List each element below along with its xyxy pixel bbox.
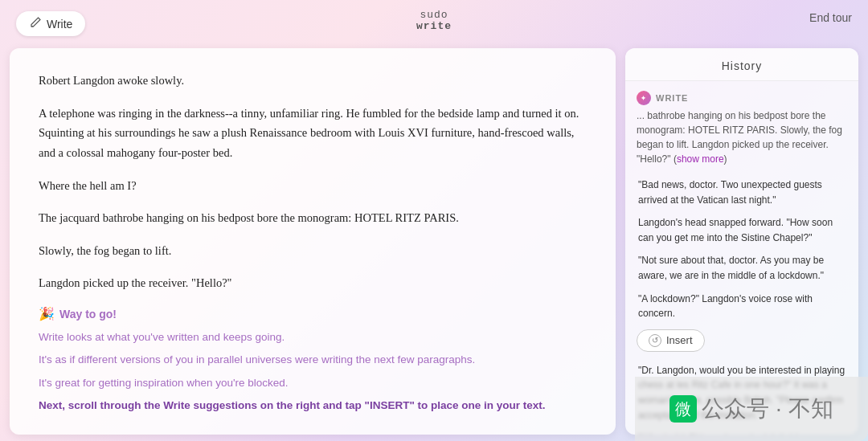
history-write-label: WRITE bbox=[637, 91, 847, 105]
pen-icon bbox=[29, 16, 42, 31]
main-container: Robert Langdon awoke slowly. A telephone… bbox=[0, 42, 868, 441]
history-para-3: "Not sure about that, doctor. As you may… bbox=[637, 253, 847, 283]
tip-header: 🎉 Way to go! bbox=[39, 306, 587, 321]
party-popper-icon: 🎉 bbox=[39, 306, 55, 321]
tip-line-3: It's great for getting inspiration when … bbox=[39, 375, 587, 391]
editor-panel: Robert Langdon awoke slowly. A telephone… bbox=[10, 48, 616, 435]
history-para-1: "Bad news, doctor. Two unexpected guests… bbox=[637, 178, 847, 207]
tip-line-2: It's as if different versions of you in … bbox=[39, 352, 587, 368]
history-panel: History WRITE ... bathrobe hanging on hi… bbox=[625, 48, 858, 435]
paragraph-1: Robert Langdon awoke slowly. bbox=[39, 71, 587, 91]
watermark-overlay: 微 公众号 · 不知 bbox=[635, 377, 858, 435]
tip-line-4: Next, scroll through the Write suggestio… bbox=[39, 398, 587, 414]
insert-button-1[interactable]: ↺ Insert bbox=[637, 329, 705, 352]
paragraph-2: A telephone was ringing in the darkness-… bbox=[39, 104, 587, 163]
write-button[interactable]: Write bbox=[16, 11, 85, 36]
editor-content: Robert Langdon awoke slowly. A telephone… bbox=[39, 71, 587, 293]
write-button-label: Write bbox=[47, 18, 72, 31]
tip-line-1: Write looks at what you've written and k… bbox=[39, 329, 587, 345]
paragraph-5: Slowly, the fog began to lift. bbox=[39, 241, 587, 261]
show-more-link[interactable]: show more bbox=[677, 153, 724, 165]
history-write-preview: ... bathrobe hanging on his bedpost bore… bbox=[637, 108, 847, 166]
logo-line1: sudo bbox=[420, 10, 448, 21]
history-header: History bbox=[625, 48, 858, 81]
history-write-block: WRITE ... bathrobe hanging on his bedpos… bbox=[637, 91, 847, 166]
paragraph-6: Langdon picked up the receiver. "Hello?" bbox=[39, 273, 587, 293]
watermark-text: 微 公众号 · 不知 bbox=[669, 394, 833, 424]
history-para-2: Langdon's head snapped forward. "How soo… bbox=[637, 215, 847, 245]
app-logo: sudo write bbox=[416, 10, 452, 33]
paragraph-3: Where the hell am I? bbox=[39, 176, 587, 196]
paragraph-4: The jacquard bathrobe hanging on his bed… bbox=[39, 208, 587, 228]
end-tour-button[interactable]: End tour bbox=[809, 11, 852, 24]
top-bar: Write sudo write End tour bbox=[0, 0, 868, 42]
tip-section: 🎉 Way to go! Write looks at what you've … bbox=[39, 306, 587, 414]
way-to-go-label: Way to go! bbox=[59, 308, 117, 321]
logo-line2: write bbox=[416, 21, 452, 32]
write-dot-icon bbox=[637, 91, 651, 105]
history-para-4: "A lockdown?" Langdon's voice rose with … bbox=[637, 292, 847, 321]
insert-icon-1: ↺ bbox=[649, 334, 661, 347]
wechat-icon: 微 bbox=[669, 395, 697, 423]
